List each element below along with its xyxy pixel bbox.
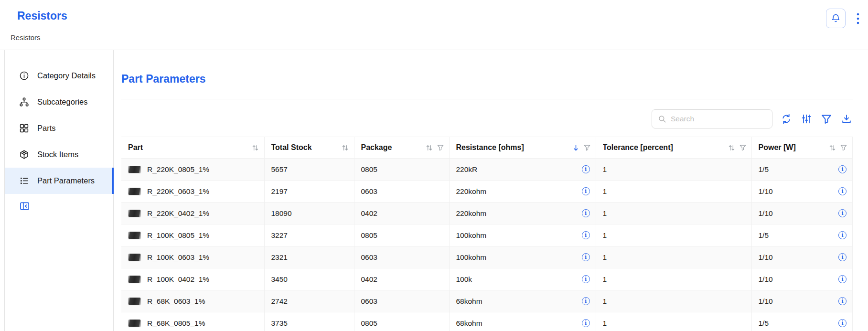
info-icon[interactable]: i (582, 209, 590, 217)
column-header-power[interactable]: Power [W] (751, 137, 853, 159)
total-stock-cell: 3735 (264, 312, 354, 331)
info-icon[interactable]: i (582, 165, 590, 173)
power-value: 1/5 (759, 231, 769, 240)
column-label: Part (128, 143, 143, 152)
resistance-value: 220kohm (456, 209, 487, 218)
total-stock-cell: 2742 (264, 290, 354, 312)
table-row[interactable]: R_68K_0603_1% 2742 0603 68kohm i 1 1/10 … (121, 290, 853, 312)
filter-icon (821, 114, 832, 124)
info-icon[interactable]: i (838, 253, 847, 261)
collapse-sidebar-button[interactable] (19, 201, 30, 212)
info-icon[interactable]: i (838, 165, 847, 173)
info-icon[interactable]: i (838, 319, 847, 327)
sidebar-item-category-details[interactable]: Category Details (5, 63, 113, 89)
divider (121, 99, 853, 99)
info-icon[interactable]: i (838, 275, 847, 283)
part-thumbnail-image[interactable] (128, 166, 141, 173)
package-cell: 0805 (354, 224, 449, 246)
filter-button[interactable] (820, 113, 833, 125)
column-header-package[interactable]: Package (354, 137, 449, 159)
package-cell: 0603 (354, 181, 449, 203)
kebab-menu-button[interactable] (853, 10, 863, 27)
sidebar-item-label: Subcategories (37, 97, 88, 107)
info-icon[interactable]: i (838, 209, 847, 217)
column-label: Resistance [ohms] (456, 143, 524, 152)
tolerance-cell: 1 (596, 181, 751, 203)
download-button[interactable] (840, 113, 853, 125)
table-row[interactable]: R_100K_0402_1% 3450 0402 100k i 1 1/10 i (121, 268, 853, 290)
power-value: 1/10 (759, 275, 773, 284)
table-row[interactable]: R_220K_0402_1% 18090 0402 220kohm i 1 1/… (121, 203, 853, 224)
tolerance-cell: 1 (596, 312, 751, 331)
part-thumbnail-image[interactable] (128, 210, 141, 217)
part-name: R_68K_0603_1% (147, 297, 205, 306)
table-row[interactable]: R_220K_0805_1% 5657 0805 220kR i 1 1/5 i (121, 159, 853, 181)
part-thumbnail-image[interactable] (128, 320, 141, 327)
column-header-resistance[interactable]: Resistance [ohms] (449, 137, 596, 159)
bell-icon (831, 13, 841, 23)
sort-icon[interactable] (728, 144, 735, 151)
breadcrumb[interactable]: Resistors (11, 33, 41, 42)
refresh-button[interactable] (780, 113, 793, 125)
sidebar-item-stock-items[interactable]: Stock Items (5, 141, 113, 168)
info-icon[interactable]: i (838, 187, 847, 195)
package-cell: 0402 (354, 268, 449, 290)
column-header-part[interactable]: Part (121, 137, 264, 159)
part-thumbnail-image[interactable] (128, 232, 141, 239)
power-cell: 1/10 i (751, 246, 853, 268)
table-row[interactable]: R_220K_0603_1% 2197 0603 220kohm i 1 1/1… (121, 181, 853, 203)
column-filter-icon[interactable] (437, 144, 444, 151)
tolerance-cell: 1 (596, 203, 751, 224)
power-cell: 1/10 i (751, 203, 853, 224)
table-row[interactable]: R_100K_0805_1% 3227 0805 100kohm i 1 1/5… (121, 224, 853, 246)
tolerance-cell: 1 (596, 290, 751, 312)
column-settings-icon (801, 114, 812, 124)
info-icon[interactable]: i (582, 231, 590, 239)
grid-icon (19, 123, 29, 133)
sort-icon[interactable] (426, 144, 433, 151)
table-row[interactable]: R_68K_0805_1% 3735 0805 68kohm i 1 1/5 i (121, 312, 853, 331)
sidebar-item-subcategories[interactable]: Subcategories (5, 89, 113, 115)
info-icon[interactable]: i (582, 253, 590, 261)
part-thumbnail-image[interactable] (128, 276, 141, 283)
resistance-cell: 100kohm i (449, 246, 596, 268)
column-filter-icon[interactable] (739, 144, 746, 151)
tolerance-cell: 1 (596, 268, 751, 290)
table-header-row: Part Total Stock (121, 137, 853, 159)
sidebar-item-part-parameters[interactable]: Part Parameters (5, 168, 113, 194)
sort-icon[interactable] (252, 144, 259, 151)
info-icon[interactable]: i (582, 319, 590, 327)
sort-icon[interactable] (829, 144, 836, 151)
info-icon[interactable]: i (582, 275, 590, 283)
sidebar-item-parts[interactable]: Parts (5, 115, 113, 141)
part-thumbnail-image[interactable] (128, 298, 141, 305)
info-icon[interactable]: i (838, 297, 847, 305)
table-row[interactable]: R_100K_0603_1% 2321 0603 100kohm i 1 1/1… (121, 246, 853, 268)
column-settings-button[interactable] (800, 113, 813, 125)
power-value: 1/5 (759, 319, 769, 328)
part-cell: R_220K_0402_1% (121, 203, 264, 224)
sort-desc-icon[interactable] (572, 144, 579, 151)
resistance-cell: 68kohm i (449, 312, 596, 331)
column-filter-icon[interactable] (584, 144, 590, 151)
power-value: 1/10 (759, 209, 773, 218)
part-thumbnail-image[interactable] (128, 188, 141, 195)
part-name: R_100K_0402_1% (147, 275, 209, 284)
tolerance-cell: 1 (596, 159, 751, 181)
info-icon[interactable]: i (838, 231, 847, 239)
notifications-button[interactable] (826, 9, 846, 28)
resistance-value: 220kR (456, 165, 478, 174)
collapse-sidebar-icon (19, 201, 30, 212)
sort-icon[interactable] (342, 144, 349, 151)
sidebar-item-label: Part Parameters (37, 176, 95, 185)
part-thumbnail-image[interactable] (128, 254, 141, 261)
resistance-value: 68kohm (456, 319, 482, 328)
column-header-tolerance[interactable]: Tolerance [percent] (596, 137, 751, 159)
column-header-total-stock[interactable]: Total Stock (264, 137, 354, 159)
resistance-value: 100kohm (456, 253, 487, 262)
search-input[interactable] (671, 115, 766, 123)
info-icon[interactable]: i (582, 187, 590, 195)
column-filter-icon[interactable] (840, 144, 847, 151)
info-icon[interactable]: i (582, 297, 590, 305)
part-cell: R_100K_0402_1% (121, 268, 264, 290)
